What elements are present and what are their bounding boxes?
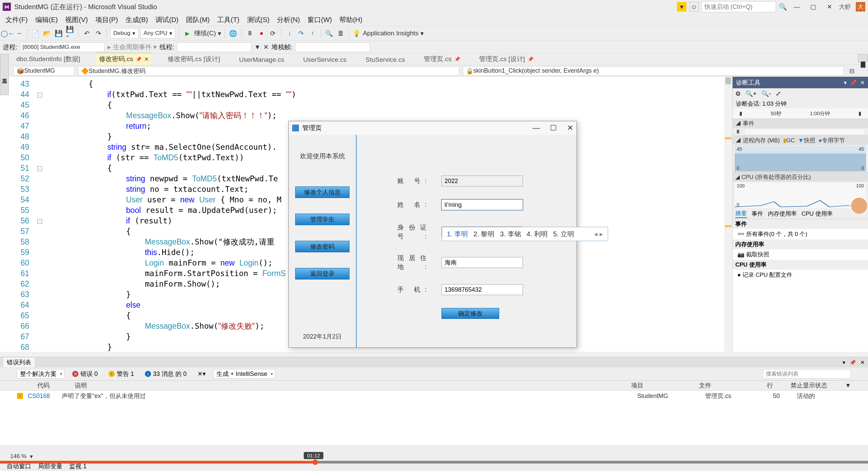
menu-analyze[interactable]: 分析(N) xyxy=(274,15,303,25)
thread-filter-icon[interactable]: ▼ xyxy=(254,43,261,51)
pause-icon[interactable]: ⏸ xyxy=(245,29,254,38)
save-icon[interactable]: 💾 xyxy=(54,29,63,38)
ime-cand-2[interactable]: 2. 黎明 xyxy=(473,230,494,239)
col-line[interactable]: 行 xyxy=(767,381,791,390)
close-icon[interactable]: ✕ xyxy=(860,359,865,366)
filter-icon[interactable]: ✕▾ xyxy=(194,369,209,379)
menu-debug[interactable]: 调试(D) xyxy=(153,15,181,25)
save-all-icon[interactable]: 💾⁺ xyxy=(65,29,75,38)
nav-forward-icon[interactable]: → xyxy=(14,29,24,38)
scope-combo[interactable]: 整个解决方案 xyxy=(17,369,64,379)
menu-build[interactable]: 生成(B) xyxy=(123,15,151,25)
ime-candidates[interactable]: 1. 李明 2. 黎明 3. 李铭 4. 利明 5. 立明 ◂▸ xyxy=(442,227,608,241)
redo-icon[interactable]: ↷ xyxy=(94,29,103,38)
menu-window[interactable]: 窗口(W) xyxy=(305,15,335,25)
menu-team[interactable]: 团队(M) xyxy=(183,15,212,25)
addr-input[interactable] xyxy=(441,257,523,268)
lifecycle-label[interactable]: 生命周期事件 xyxy=(113,43,152,51)
threads-icon[interactable]: ≣ xyxy=(336,29,345,38)
change-password-button[interactable]: 修改密码 xyxy=(295,241,350,252)
insights-icon[interactable]: 💡 xyxy=(353,30,361,37)
thread-icon[interactable]: ✕ xyxy=(263,43,269,51)
tab-stuservice[interactable]: StuService.cs xyxy=(363,55,408,65)
tab-manage-cs[interactable]: 管理页.cs 📌 xyxy=(421,53,463,65)
tab-changepwd-design[interactable]: 修改密码.cs [设计] xyxy=(165,53,223,65)
confirm-edit-button[interactable]: 确定修改 xyxy=(441,308,499,319)
pin-icon[interactable]: 📌 xyxy=(850,79,857,86)
restart-icon[interactable]: ⟳ xyxy=(268,29,278,38)
dropdown-icon[interactable]: ▾ xyxy=(844,79,847,86)
nav-back-icon[interactable]: ◯← xyxy=(3,29,12,38)
pin-icon[interactable]: 📌 xyxy=(136,56,141,62)
close-icon[interactable]: ✕ xyxy=(144,56,149,62)
col-suppress[interactable]: 禁止显示状态 xyxy=(791,381,845,390)
manage-students-button[interactable]: 管理学生 xyxy=(295,214,350,225)
back-to-login-button[interactable]: 返回登录 xyxy=(295,268,350,279)
diag-events-row[interactable]: 👓 所有事件(0 个，共 0 个) xyxy=(733,229,868,239)
diag-cpu-row[interactable]: ● 记录 CPU 配置文件 xyxy=(733,270,868,280)
ime-next-icon[interactable]: ▸ xyxy=(600,230,603,238)
menu-project[interactable]: 项目(P) xyxy=(93,15,121,25)
diag-tab-events[interactable]: 事件 xyxy=(752,210,763,218)
tab-studentinfo[interactable]: dbo.StudentInfo [数据] xyxy=(14,53,83,65)
pause-icon[interactable]: ⏸ xyxy=(735,129,741,135)
diag-header[interactable]: 诊断工具 ▾📌✕ xyxy=(733,77,868,88)
phone-input[interactable] xyxy=(441,284,523,295)
ime-cand-3[interactable]: 3. 李铭 xyxy=(500,230,521,239)
col-project[interactable]: 项目 xyxy=(631,381,699,390)
tab-userservice[interactable]: UserService.cs xyxy=(300,55,349,65)
split-icon[interactable]: ⊟ xyxy=(849,67,854,75)
minimize-icon[interactable]: — xyxy=(532,124,540,132)
minimize-icon[interactable]: — xyxy=(790,2,804,12)
ime-cand-5[interactable]: 5. 立明 xyxy=(553,230,574,239)
find-icon[interactable]: 🔍 xyxy=(324,29,334,38)
project-combo[interactable]: 📦 StudentMG xyxy=(14,66,75,76)
open-icon[interactable]: 📂 xyxy=(42,29,52,38)
name-input[interactable] xyxy=(441,199,523,210)
diag-reset-icon[interactable]: ⤢ xyxy=(776,90,781,97)
editor-scrollbar[interactable] xyxy=(724,77,732,352)
step-over-icon[interactable]: ↷ xyxy=(296,29,306,38)
diag-mem-row[interactable]: 📷 截取快照 xyxy=(733,249,868,260)
diag-zoomin-icon[interactable]: 🔍+ xyxy=(746,90,757,97)
stop-icon[interactable]: ■ xyxy=(257,29,266,38)
pin-icon[interactable]: 📌 xyxy=(454,56,460,62)
diag-tab-summary[interactable]: 摘要 xyxy=(735,210,747,218)
build-combo[interactable]: 生成 + IntelliSense xyxy=(213,369,275,379)
insights-label[interactable]: Application Insights xyxy=(363,30,418,37)
browser-select-icon[interactable]: 🌐 xyxy=(228,29,238,38)
search-icon[interactable]: 🔍 xyxy=(779,3,787,11)
process-combo[interactable]: [8060] StudentMG.exe xyxy=(20,42,105,52)
tab-manage-design[interactable]: 管理页.cs [设计] 📌 xyxy=(476,53,536,65)
diag-tab-mem[interactable]: 内存使用率 xyxy=(768,210,797,218)
solution-explorer-tab[interactable]: 解决方案资源管理器 团队资源管理器 xyxy=(858,54,868,62)
zoom-label[interactable]: 146 % xyxy=(10,453,26,460)
menu-view[interactable]: 视图(V) xyxy=(62,15,91,25)
feedback-icon[interactable]: ☺ xyxy=(689,2,699,12)
pin-icon[interactable]: 📌 xyxy=(528,56,533,62)
warnings-chip[interactable]: !警告 1 xyxy=(106,369,137,379)
ime-cand-4[interactable]: 4. 利明 xyxy=(527,230,548,239)
ime-cand-1[interactable]: 1. 李明 xyxy=(447,230,468,239)
errorlist-search[interactable] xyxy=(763,369,851,379)
step-out-icon[interactable]: ↑ xyxy=(308,29,317,38)
edit-profile-button[interactable]: 修改个人信息 xyxy=(295,186,350,198)
toolbox-tab[interactable]: 工具箱 xyxy=(0,54,9,95)
close-icon[interactable]: ✕ xyxy=(823,2,836,12)
pin-icon[interactable]: 📌 xyxy=(849,359,856,366)
class-combo[interactable]: 🔶 StudentMG.修改密码 xyxy=(78,66,459,76)
notification-flag-icon[interactable]: ▾ xyxy=(677,2,686,12)
platform-dropdown[interactable]: Any CPU ▾ xyxy=(140,28,175,38)
user-badge[interactable]: 大 xyxy=(856,2,865,12)
function-combo[interactable]: 🔒 skinButton1_Click(object sender, Event… xyxy=(463,66,844,76)
maximize-icon[interactable]: ☐ xyxy=(550,124,557,132)
menu-help[interactable]: 帮助(H) xyxy=(337,15,365,25)
close-icon[interactable]: ✕ xyxy=(860,79,865,86)
progress-handle-icon[interactable] xyxy=(313,459,318,465)
dropdown-icon[interactable]: ▾ xyxy=(843,359,845,366)
diag-zoomout-icon[interactable]: 🔍- xyxy=(761,90,771,97)
close-icon[interactable]: ✕ xyxy=(567,124,573,132)
continue-label[interactable]: 继续(C) xyxy=(194,29,216,38)
continue-button[interactable]: ▶ xyxy=(183,29,192,38)
config-dropdown[interactable]: Debug ▾ xyxy=(110,28,138,38)
